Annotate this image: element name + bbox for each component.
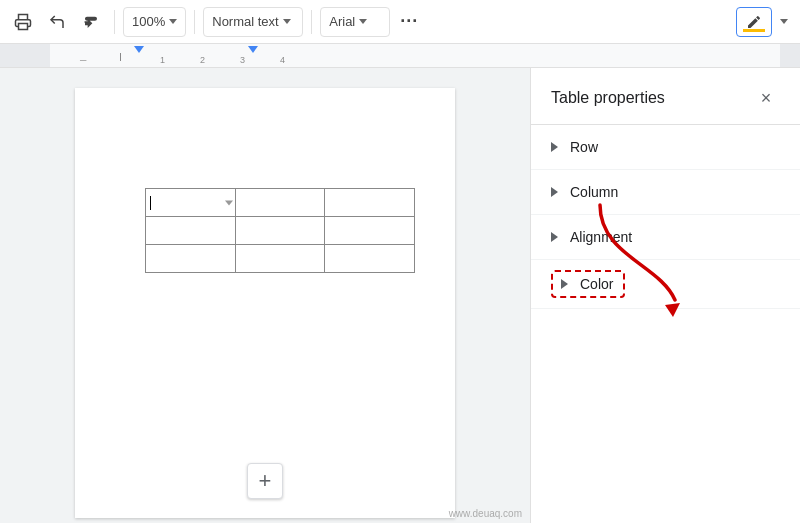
edit-mode-button[interactable] [736,7,772,37]
main-area: + www.deuaq.com Table properties × Row C… [0,68,800,523]
font-value: Arial [329,14,355,29]
edit-chevron-icon [780,19,788,24]
panel-item-color[interactable]: Color [531,260,800,309]
ruler-left-marker-icon[interactable] [134,46,144,53]
panel-header: Table properties × [531,68,800,125]
font-dropdown[interactable]: Arial [320,7,390,37]
panel-item-row[interactable]: Row [531,125,800,170]
font-chevron-icon [359,19,367,24]
table-cell-1-0[interactable] [146,217,236,245]
table-cell-0-2[interactable] [325,189,415,217]
ruler-label-4: 4 [280,55,285,65]
svg-rect-0 [19,23,28,29]
edit-mode-dropdown[interactable] [776,7,792,37]
more-options-button[interactable]: ··· [394,7,424,37]
add-icon: + [259,468,272,494]
panel-column-label: Column [570,184,618,200]
table-cell-2-1[interactable] [235,245,325,273]
document-table[interactable] [145,188,415,273]
table-row [146,245,415,273]
ruler-label-2: 2 [200,55,205,65]
ruler-tick-neg1: ─ [80,55,86,65]
pencil-underline [743,29,765,32]
print-button[interactable] [8,7,38,37]
table-cell-1-2[interactable] [325,217,415,245]
toolbar: 100% Normal text Arial ··· [0,0,800,44]
panel-item-column[interactable]: Column [531,170,800,215]
style-value: Normal text [212,14,278,29]
close-icon: × [761,88,772,109]
table-cell-2-2[interactable] [325,245,415,273]
table-cell-0-1[interactable] [235,189,325,217]
ruler-left-margin [0,44,50,67]
table-properties-panel: Table properties × Row Column Alignment … [530,68,800,523]
undo-button[interactable] [42,7,72,37]
ruler-label-3: 3 [240,55,245,65]
panel-row-label: Row [570,139,598,155]
ruler: ─ 1 2 3 4 // drawn via CSS/DOM below [0,44,800,68]
panel-alignment-label: Alignment [570,229,632,245]
ruler-tick-0 [120,53,121,61]
ruler-right-margin [780,44,800,67]
cell-dropdown-icon[interactable] [225,200,233,205]
zoom-dropdown[interactable]: 100% [123,7,186,37]
row-expand-icon [551,142,558,152]
zoom-value: 100% [132,14,165,29]
document-page [75,88,455,518]
panel-item-alignment[interactable]: Alignment [531,215,800,260]
separator-1 [114,10,115,34]
style-dropdown[interactable]: Normal text [203,7,303,37]
cell-dropdown-arrow-icon [225,200,233,205]
ruler-right-marker-icon[interactable] [248,46,258,53]
watermark: www.deuaq.com [449,508,522,519]
panel-title: Table properties [551,89,665,107]
text-cursor [150,196,151,210]
table-row [146,217,415,245]
add-page-button[interactable]: + [247,463,283,499]
table-cell-2-0[interactable] [146,245,236,273]
pencil-icon [746,14,762,30]
table-cell-0-0[interactable] [146,189,236,217]
style-chevron-icon [283,19,291,24]
column-expand-icon [551,187,558,197]
ruler-label-1: 1 [160,55,165,65]
separator-3 [311,10,312,34]
ruler-content: ─ 1 2 3 4 // drawn via CSS/DOM below [0,44,800,67]
alignment-expand-icon [551,232,558,242]
panel-close-button[interactable]: × [752,84,780,112]
table-cell-1-1[interactable] [235,217,325,245]
paint-format-button[interactable] [76,7,106,37]
zoom-chevron-icon [169,19,177,24]
document-area: + www.deuaq.com [0,68,530,523]
panel-color-label: Color [580,276,613,292]
color-highlight-box: Color [551,270,625,298]
table-row [146,189,415,217]
separator-2 [194,10,195,34]
color-expand-icon [561,279,568,289]
